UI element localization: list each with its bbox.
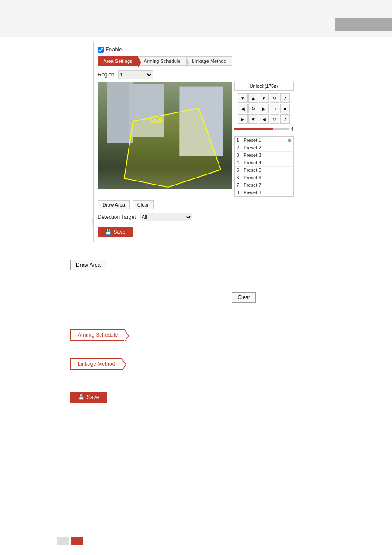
ptz-down-right[interactable]: ◀ [259,114,269,124]
detection-target-row: Detection Target All Human Vehicle [98,213,295,221]
ptz-left[interactable]: ◀ [238,104,248,113]
detection-polygon [98,82,232,189]
top-bar [0,0,392,37]
preset-item-2: 2 Preset 2 [235,144,293,152]
ptz-zoom-out[interactable]: □ [270,104,279,113]
preset-item-7: 7 Preset 7 [235,181,293,189]
tab-linkage-method[interactable]: Linkage Method [186,56,232,66]
enable-checkbox[interactable] [98,47,104,53]
preset-item-1: 1 Preset 1 ⚙ [235,137,293,144]
draw-area-button[interactable]: Draw Area [98,200,130,209]
preset-item-5: 5 Preset 5 [235,167,293,174]
camera-ptz-area: #1区 Unlock(175s) ▼ ▲ ▼ ↻ ↺ ◀ ↻ ▶ [98,82,295,197]
standalone-linkage-method-tab[interactable]: Linkage Method [70,358,122,370]
svg-marker-0 [124,108,221,187]
clear-button[interactable]: Clear [133,200,154,209]
tab-arming-schedule[interactable]: Arming Schedule [138,56,187,66]
tab-area-settings[interactable]: Area Settings [98,56,138,66]
camera-image: #1区 [98,82,232,189]
swatch-red [71,537,83,545]
save-disk-icon: 💾 [105,229,111,235]
swatch-gray [57,537,69,545]
ptz-down[interactable]: ▼ [248,114,258,124]
ptz-focus-far[interactable]: ↺ [280,114,290,124]
standalone-save-disk-icon: 💾 [78,394,85,400]
ptz-right[interactable]: ▶ [259,104,269,113]
ptz-speed-value: 4 [291,127,293,132]
ptz-row-3: ▶ ▼ ◀ ↻ ↺ [234,114,294,124]
color-swatches [57,537,83,545]
region-select[interactable]: 1 2 3 4 [118,70,153,79]
linkage-method-section: Linkage Method [9,345,383,374]
unlock-button[interactable]: Unlock(175s) [234,82,294,91]
preset-item-6: 6 Preset 6 [235,174,293,181]
standalone-clear-section: Clear [9,275,383,307]
tabs-row: Area Settings Arming Schedule Linkage Me… [98,56,295,66]
ptz-up[interactable]: ▲ [248,93,258,103]
ptz-center[interactable]: ↻ [248,104,258,113]
enable-row: Enable [98,47,295,53]
top-bar-gray-block [335,18,392,31]
ptz-zoom-in[interactable]: ■ [280,104,290,113]
configuration-panel: Enable Area Settings Arming Schedule Lin… [93,42,299,242]
ptz-up-right[interactable]: ▼ [259,93,269,103]
region-row: Region 1 2 3 4 [98,70,295,79]
standalone-draw-area-section: Draw Area [9,242,383,275]
ptz-row-1: ▼ ▲ ▼ ↻ ↺ [234,93,294,103]
preset-gear-icon[interactable]: ⚙ [288,138,291,143]
standalone-save-button[interactable]: 💾 Save [70,392,107,403]
ptz-focus-near[interactable]: ↻ [270,114,279,124]
main-container: Enable Area Settings Arming Schedule Lin… [0,37,392,412]
ptz-controls: Unlock(175s) ▼ ▲ ▼ ↻ ↺ ◀ ↻ ▶ □ ■ [234,82,294,197]
ptz-up-left[interactable]: ▼ [238,93,248,103]
camera-feed: #1区 [98,82,232,189]
preset-item-3: 3 Preset 3 [235,152,293,159]
ptz-row-2: ◀ ↻ ▶ □ ■ [234,104,294,113]
enable-label: Enable [106,47,122,53]
detection-select[interactable]: All Human Vehicle [140,213,192,221]
standalone-save-section: 💾 Save [9,374,383,407]
ptz-down-left[interactable]: ▶ [238,114,248,124]
standalone-clear-button[interactable]: Clear [232,292,256,303]
preset-list: 1 Preset 1 ⚙ 2 Preset 2 3 Preset 3 4 P [234,136,294,197]
standalone-draw-area-button[interactable]: Draw Area [70,260,106,270]
standalone-arming-schedule-tab[interactable]: Arming Schedule [70,329,125,341]
ptz-speed-slider[interactable] [234,128,289,130]
ptz-speed-row: 4 [234,127,294,132]
region-label: Region [98,72,115,78]
save-button[interactable]: 💾 Save [98,227,133,237]
draw-clear-row: Draw Area Clear [98,200,295,209]
ptz-rotate-ccw[interactable]: ↺ [280,93,290,103]
preset-item-4: 4 Preset 4 [235,159,293,167]
detection-label: Detection Target [98,214,136,220]
area-label: #1区 [151,117,162,125]
ptz-rotate-cw[interactable]: ↻ [270,93,279,103]
preset-item-8: 8 Preset 8 [235,189,293,196]
arming-schedule-section: Arming Schedule [9,307,383,345]
